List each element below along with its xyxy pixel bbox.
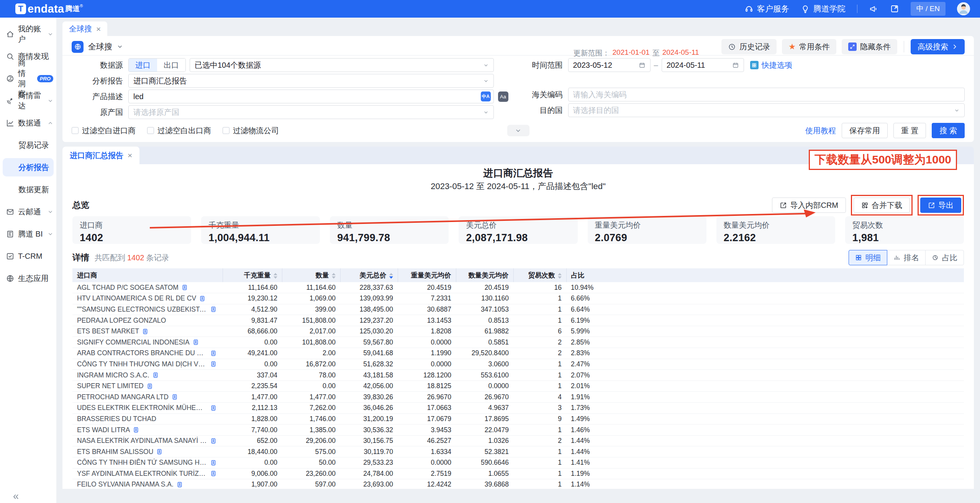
contact-card-icon[interactable] <box>142 328 148 335</box>
academy-button[interactable]: 腾道学院 <box>801 3 846 14</box>
contact-card-icon[interactable] <box>210 460 216 466</box>
column-header-1[interactable]: 千克重量 <box>223 268 282 282</box>
sidebar-item-analysis-report[interactable]: 分析报告 <box>3 158 54 176</box>
reset-button[interactable]: 重 置 <box>893 123 926 138</box>
column-header-2[interactable]: 数量 <box>282 268 340 282</box>
tab-importer-summary-report[interactable]: 进口商汇总报告 × <box>62 147 139 164</box>
sidebar-item-crm[interactable]: T-CRM <box>0 245 56 267</box>
table-row[interactable]: ETS BEST MARKET68,666.002,017.00125,030.… <box>72 326 964 337</box>
customer-service-button[interactable]: 客户服务 <box>744 3 789 14</box>
sidebar-item-account[interactable]: 我的账户 <box>0 23 56 45</box>
export-toggle[interactable]: 出口 <box>157 59 185 72</box>
table-row[interactable]: PEDRAJA LOPEZ GONZALO9,831.47151,808.001… <box>72 315 964 326</box>
history-button[interactable]: 历史记录 <box>721 39 777 54</box>
advanced-search-button[interactable]: 高级搜索 <box>911 39 965 54</box>
contact-card-icon[interactable] <box>177 482 183 488</box>
import-toggle[interactable]: 进口 <box>129 59 157 72</box>
table-row[interactable]: YSF AYDINLATMA ELEKTRONİK TURİZM SANAYİ … <box>72 468 964 479</box>
import-to-crm-button[interactable]: 导入内部CRM <box>772 198 846 213</box>
sidebar-item-bi[interactable]: 腾道 BI <box>0 223 56 245</box>
product-desc-input[interactable] <box>128 90 494 103</box>
view-grid-button[interactable]: 明细 <box>849 250 887 265</box>
report-type-select[interactable]: 进口商汇总报告 <box>128 74 494 88</box>
contact-card-icon[interactable] <box>210 361 216 367</box>
table-row[interactable]: BRASSERIES DU TCHAD1,828.001,746.0031,20… <box>72 413 964 425</box>
avatar[interactable] <box>957 2 970 15</box>
contact-card-icon[interactable] <box>210 306 216 312</box>
contact-card-icon[interactable] <box>210 350 216 356</box>
sort-icon[interactable] <box>558 273 562 279</box>
table-row[interactable]: PETROCHAD MANGARA LTD1,477.001,477.0039,… <box>72 392 964 403</box>
fullscreen-icon[interactable] <box>890 4 899 13</box>
favorite-conditions-button[interactable]: ★ 常用条件 <box>782 39 836 54</box>
sidebar-item-insight[interactable]: 商情洞察PRO <box>0 67 56 90</box>
match-mode-icon[interactable]: Aa <box>498 91 508 102</box>
sort-icon[interactable] <box>389 273 393 279</box>
sidebar-collapse-button[interactable]: « <box>13 490 19 502</box>
table-row[interactable]: ETS BRAHIM SALISSOU18,440.00575.0030,119… <box>72 446 964 457</box>
origin-country-select[interactable]: 请选择原产国 <box>128 105 494 119</box>
column-header-3[interactable]: 美元总价 <box>340 268 398 282</box>
view-rank-button[interactable]: 排名 <box>887 250 926 265</box>
date-from-input[interactable]: 2023-05-12 <box>568 58 651 72</box>
view-pie-button[interactable]: 占比 <box>925 250 964 265</box>
table-row[interactable]: FEILO SYLVANIA PANAMA S.A.1,907.00597.00… <box>72 479 964 489</box>
sidebar-item-trade-records[interactable]: 贸易记录 <box>0 134 56 156</box>
close-icon[interactable]: × <box>96 25 101 33</box>
column-header-0[interactable]: 进口商 <box>72 268 223 282</box>
sidebar-item-radar[interactable]: 商情雷达 <box>0 90 56 112</box>
table-row[interactable]: ETS WADI LITRA7,740.001,385.0030,536.323… <box>72 425 964 436</box>
sidebar-item-mail[interactable]: 云邮通 <box>0 201 56 223</box>
column-header-6[interactable]: 贸易次数 <box>513 268 566 282</box>
table-row[interactable]: AGL TCHAD P/C SOGEA SATOM11,164.6011,164… <box>72 282 964 293</box>
contact-card-icon[interactable] <box>152 372 159 378</box>
filter-checkbox-1[interactable]: 过滤空白出口商 <box>147 126 211 136</box>
merge-download-button[interactable]: 合并下载 <box>854 198 910 213</box>
export-button[interactable]: 导出 <box>920 198 961 213</box>
contact-card-icon[interactable] <box>172 394 178 400</box>
table-row[interactable]: INGRAM MICRO S.A.C.337.0478.0043,181.581… <box>72 370 964 381</box>
tutorial-link[interactable]: 使用教程 <box>805 126 836 136</box>
contact-card-icon[interactable] <box>199 296 205 302</box>
sort-icon[interactable] <box>332 273 336 279</box>
table-row[interactable]: SIGNIFY COMMERCIAL INDONESIA0.00101,808.… <box>72 337 964 348</box>
table-row[interactable]: CÔNG TY TNHH THƯƠNG MAI DỊCH VỤ ĐIÊN MAN… <box>72 359 964 370</box>
announcement-icon[interactable] <box>869 4 878 14</box>
contact-card-icon[interactable] <box>133 427 139 433</box>
contact-card-icon[interactable] <box>210 438 216 444</box>
save-conditions-button[interactable]: 保存常用 <box>842 123 888 138</box>
sidebar-item-eco[interactable]: 生态应用 <box>0 267 56 289</box>
column-header-4[interactable]: 重量美元均价 <box>398 268 456 282</box>
table-row[interactable]: HTV LATINOAMERICA S DE RL DE CV19,230.12… <box>72 293 964 304</box>
filter-checkbox-2[interactable]: 过滤物流公司 <box>223 126 279 136</box>
table-row[interactable]: UDES ELEKTRIK ELEKTRONİK MÜHENDİSLİK SAN… <box>72 403 964 414</box>
contact-card-icon[interactable] <box>156 449 162 455</box>
globe-icon[interactable] <box>72 41 84 53</box>
hide-conditions-button[interactable]: 隐藏条件 <box>842 39 897 54</box>
datasource-select[interactable]: 已选中104个数据源 <box>190 58 494 72</box>
filter-checkbox-0[interactable]: 过滤空白进口商 <box>72 126 136 136</box>
column-header-5[interactable]: 数量美元均价 <box>456 268 513 282</box>
sidebar-item-data-update[interactable]: 数据更新 <box>0 178 56 201</box>
destination-select[interactable]: 请选择目的国 <box>568 103 965 117</box>
sidebar-item-data[interactable]: 数据通 <box>0 112 56 134</box>
table-row[interactable]: ""SAMSUNG ELECTRONICS UZBEKISTAN"" mas`u… <box>72 304 964 315</box>
table-row[interactable]: SUPER NET LIMITED2,235.540.0042,056.0018… <box>72 381 964 392</box>
contact-card-icon[interactable] <box>210 470 216 477</box>
quick-options-link[interactable]: 快捷选项 <box>750 60 792 70</box>
table-row[interactable]: NASA ELEKTRİK AYDINLATMA SANAYİ VE TİCAR… <box>72 435 964 446</box>
collapse-panel-button[interactable] <box>507 125 529 136</box>
contact-card-icon[interactable] <box>147 383 153 389</box>
translate-icon[interactable]: 中A <box>481 91 491 101</box>
contact-card-icon[interactable] <box>182 284 188 291</box>
tab-global-search[interactable]: 全球搜 × <box>62 21 107 36</box>
language-toggle[interactable]: 中 / EN <box>911 2 946 16</box>
contact-card-icon[interactable] <box>210 405 216 411</box>
search-button[interactable]: 搜 索 <box>932 123 965 138</box>
close-icon[interactable]: × <box>128 151 132 160</box>
sort-icon[interactable] <box>274 273 277 279</box>
table-row[interactable]: ARAB CONTRACTORS BRANCHE DU TCHAD49,241.… <box>72 348 964 359</box>
chevron-down-icon[interactable] <box>117 44 123 50</box>
tendata-logo[interactable]: T endata 腾道 ® <box>15 3 83 15</box>
column-header-7[interactable]: 占比 <box>566 268 964 282</box>
